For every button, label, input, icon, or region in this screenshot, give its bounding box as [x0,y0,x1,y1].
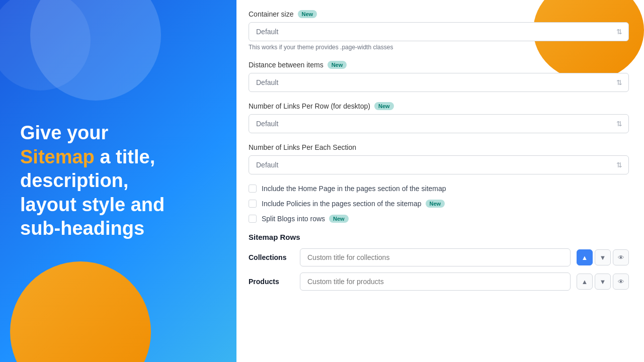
checkbox-policies-label: Include Policies in the pages section of… [262,200,445,208]
links-per-row-badge: New [374,102,394,110]
container-size-label: Container size New [249,10,629,18]
left-content: Give your Sitemap a title, description, … [20,121,165,241]
checkbox-home-label: Include the Home Page in the pages secti… [262,185,446,193]
collections-input[interactable] [300,248,571,266]
sitemap-rows-title: Sitemap Rows [249,233,629,241]
sitemap-rows-section: Sitemap Rows Collections ▲ ▼ 👁 Products … [249,233,629,291]
checkbox-row-split-blogs: Split Blogs into rows New [249,215,629,223]
products-label: Products [249,278,294,286]
collections-actions: ▲ ▼ 👁 [577,249,629,265]
distance-select[interactable]: Default Small Medium Large [249,73,628,92]
policies-badge: New [426,200,445,208]
checkbox-row-home: Include the Home Page in the pages secti… [249,185,629,193]
container-size-hint: This works if your theme provides .page-… [249,44,629,51]
collections-label: Collections [249,253,294,261]
sitemap-row-products: Products ▲ ▼ 👁 [249,273,629,291]
checkbox-split-blogs[interactable] [249,215,257,223]
sitemap-row-collections: Collections ▲ ▼ 👁 [249,248,629,266]
container-size-section: Container size New Default Full Width Na… [249,10,629,51]
checkbox-row-policies: Include Policies in the pages section of… [249,200,629,208]
distance-badge: New [328,61,347,69]
products-down-btn[interactable]: ▼ [595,274,611,290]
distance-label: Distance between items New [249,61,629,69]
products-up-btn[interactable]: ▲ [577,274,593,290]
deco-circle-bottom [10,261,151,362]
checkbox-include-policies[interactable] [249,200,257,208]
left-panel: Give your Sitemap a title, description, … [0,0,236,362]
right-panel: Container size New Default Full Width Na… [236,0,644,362]
container-size-select[interactable]: Default Full Width Narrow [249,23,628,41]
links-per-section-label: Number of Links Per Each Section [249,143,629,151]
links-per-section-select-wrapper: Default 5 10 15 20 ⇅ [249,155,629,174]
links-per-section-section: Number of Links Per Each Section Default… [249,143,629,174]
links-per-row-select-wrapper: Default 2 3 4 5 ⇅ [249,114,629,133]
collections-visibility-btn[interactable]: 👁 [613,249,629,265]
split-blogs-badge: New [329,215,349,223]
distance-select-wrapper: Default Small Medium Large ⇅ [249,73,629,92]
links-per-row-label: Number of Links Per Row (for desktop) Ne… [249,102,629,110]
links-per-row-select[interactable]: Default 2 3 4 5 [249,115,628,133]
products-actions: ▲ ▼ 👁 [577,274,629,290]
products-input[interactable] [300,273,571,291]
collections-up-btn[interactable]: ▲ [577,249,593,265]
hero-heading: Give your Sitemap a title, description, … [20,121,165,241]
products-visibility-btn[interactable]: 👁 [613,274,629,290]
right-content: Container size New Default Full Width Na… [236,0,644,316]
links-per-row-section: Number of Links Per Row (for desktop) Ne… [249,102,629,133]
checkboxes-section: Include the Home Page in the pages secti… [249,185,629,223]
collections-down-btn[interactable]: ▼ [595,249,611,265]
checkbox-split-blogs-label: Split Blogs into rows New [262,215,349,223]
distance-section: Distance between items New Default Small… [249,61,629,92]
container-size-select-wrapper: Default Full Width Narrow ⇅ [249,22,629,41]
container-size-badge: New [298,10,317,18]
checkbox-include-home[interactable] [249,185,257,193]
links-per-section-select[interactable]: Default 5 10 15 20 [249,156,628,174]
